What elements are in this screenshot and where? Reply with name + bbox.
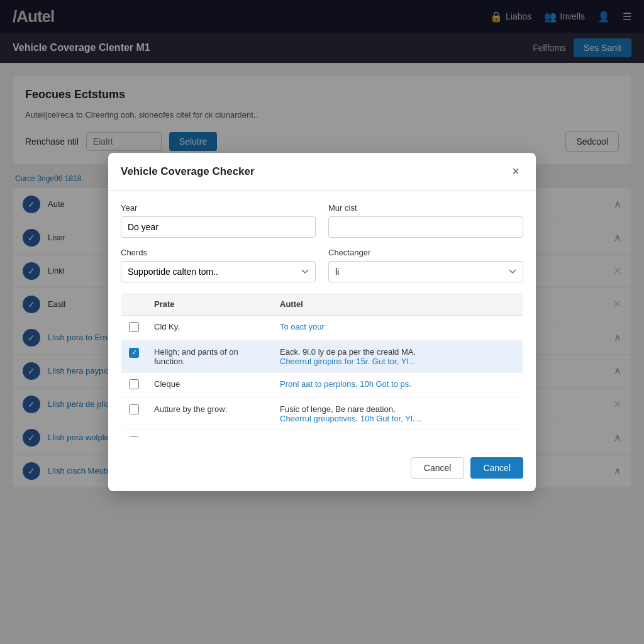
modal-table: Prate Auttel Cld Ky. To oact your ✓ bbox=[121, 292, 523, 437]
row-checkbox[interactable] bbox=[129, 322, 139, 332]
modal-body: Year Mur cist Cherds Supportide calten t… bbox=[108, 191, 536, 450]
year-label: Year bbox=[121, 203, 316, 213]
year-input[interactable] bbox=[121, 216, 316, 238]
row-checkbox-checked[interactable]: ✓ bbox=[129, 348, 139, 358]
row-checkbox[interactable] bbox=[129, 379, 139, 389]
table-row: Cleque Pronl aat to perplons. 10h Got to… bbox=[121, 373, 523, 398]
col-prate: Prate bbox=[147, 293, 272, 316]
modal-overlay[interactable]: Vehicle Coverage Checker × Year Mur cist… bbox=[0, 0, 644, 644]
modal: Vehicle Coverage Checker × Year Mur cist… bbox=[108, 153, 536, 491]
col-checkbox bbox=[121, 293, 147, 316]
row-checkbox[interactable] bbox=[129, 404, 139, 414]
mur-label: Mur cist bbox=[328, 203, 523, 213]
row-checkbox[interactable] bbox=[129, 436, 139, 437]
year-group: Year bbox=[121, 203, 316, 238]
chectanger-group: Chectanger li bbox=[328, 248, 523, 282]
mur-group: Mur cist bbox=[328, 203, 523, 238]
modal-header: Vehicle Coverage Checker × bbox=[108, 153, 536, 191]
modal-footer: Cancel Cancel bbox=[108, 450, 536, 491]
table-head: Prate Auttel bbox=[121, 293, 523, 316]
modal-table-container: Prate Auttel Cld Ky. To oact your ✓ bbox=[121, 292, 523, 437]
modal-title: Vehicle Coverage Checker bbox=[121, 165, 255, 178]
confirm-button[interactable]: Cancel bbox=[470, 457, 523, 479]
cherds-label: Cherds bbox=[121, 248, 316, 257]
chectanger-label: Chectanger bbox=[328, 248, 523, 257]
table-body: Cld Ky. To oact your ✓ Heligh; and pants… bbox=[121, 316, 523, 438]
mur-input[interactable] bbox=[328, 216, 523, 238]
modal-form: Year Mur cist Cherds Supportide calten t… bbox=[121, 203, 523, 282]
cancel-button[interactable]: Cancel bbox=[411, 457, 465, 479]
table-row: Ectinies Progast sevel of for tibor flly… bbox=[121, 430, 523, 438]
chectanger-select[interactable]: li bbox=[328, 261, 523, 282]
col-auttel: Auttel bbox=[272, 293, 523, 316]
modal-close-button[interactable]: × bbox=[508, 163, 523, 180]
cherds-select[interactable]: Supportide calten tom.. bbox=[121, 261, 316, 282]
table-row: Cld Ky. To oact your bbox=[121, 316, 523, 341]
cherds-group: Cherds Supportide calten tom.. bbox=[121, 248, 316, 282]
table-row: Autture by the grow: Fusic of lenge, Be … bbox=[121, 398, 523, 430]
table-row: ✓ Heligh; and pants of on function. Eack… bbox=[121, 341, 523, 373]
